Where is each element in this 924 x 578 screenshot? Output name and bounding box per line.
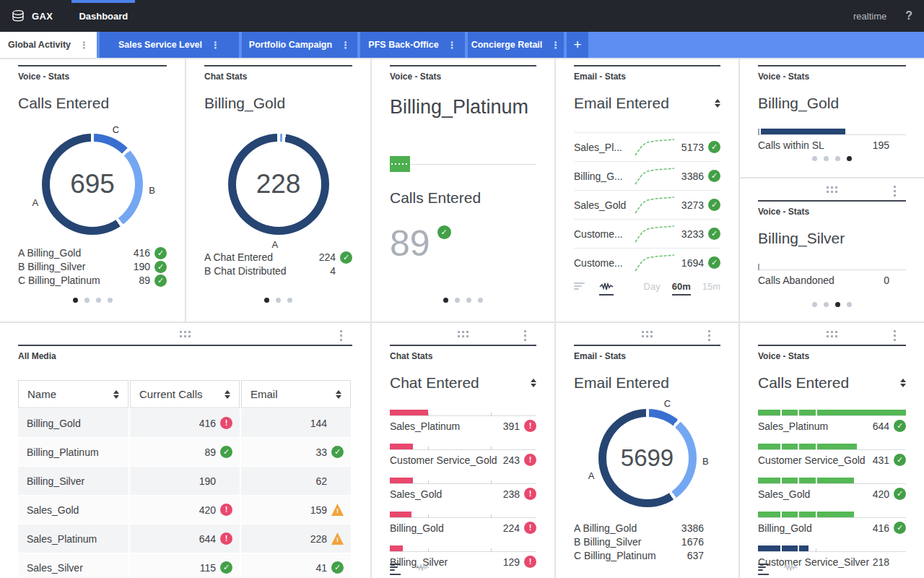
drag-handle-icon[interactable] — [827, 331, 837, 337]
widget-title: Billing_Gold — [758, 95, 906, 112]
page-dot[interactable] — [824, 156, 829, 161]
kpi-value-row: 89 ✓ — [390, 225, 536, 262]
page-dot[interactable] — [847, 302, 852, 307]
status-icon: ✓ — [220, 446, 232, 458]
list-view-button[interactable] — [390, 564, 401, 575]
page-dot[interactable] — [824, 302, 829, 307]
sort-icon[interactable] — [225, 390, 230, 399]
page-dot[interactable] — [847, 156, 852, 161]
tab-label: Portfolio Campaign — [249, 40, 332, 50]
sparkline-view-icon — [415, 562, 430, 572]
table-row: Sales_Silver 115✓ 41✓ — [18, 553, 352, 578]
tab-menu-icon[interactable]: ⋮ — [551, 40, 560, 51]
page-dot[interactable] — [276, 298, 281, 303]
bar-row: Customer Service_Gold431✓ — [758, 441, 906, 466]
help-icon[interactable]: ? — [905, 9, 912, 22]
status-icon: ! — [524, 488, 536, 500]
tab-menu-icon[interactable]: ⋮ — [79, 40, 89, 51]
sort-icon[interactable] — [900, 379, 906, 387]
status-icon: ✓ — [894, 420, 906, 432]
page-dot[interactable] — [443, 298, 448, 303]
widget-toolbar — [390, 562, 536, 577]
list-view-button[interactable] — [574, 282, 585, 294]
widget-email-entered-list: Email - Stats Email Entered Sales_Pl... … — [556, 59, 738, 322]
data-table: Name Current Calls Email Billing_Gold 41… — [18, 380, 352, 578]
kpi-bar — [758, 444, 857, 449]
nav-dashboard[interactable]: Dashboard — [71, 0, 135, 32]
status-icon: ✓ — [220, 561, 232, 574]
page-dot[interactable] — [812, 302, 817, 307]
tab-pfs-back-office[interactable]: PFS Back-Office ⋮ — [360, 32, 465, 58]
tab-portfolio-campaign[interactable]: Portfolio Campaign ⋮ — [242, 32, 357, 58]
drag-handle-icon[interactable] — [642, 331, 653, 337]
drag-handle-icon[interactable] — [180, 331, 191, 337]
sort-icon[interactable] — [715, 99, 720, 108]
drag-handle-icon[interactable] — [458, 331, 468, 337]
page-dot[interactable] — [73, 298, 78, 303]
page-dot[interactable] — [287, 298, 292, 303]
tab-sales-service-level[interactable]: Sales Service Level ⋮ — [100, 32, 239, 58]
widget-name: Voice - Stats — [390, 65, 536, 82]
tab-global-activity[interactable]: Global Activity ⋮ — [0, 32, 97, 58]
page-dot[interactable] — [835, 302, 840, 307]
widget-menu-icon[interactable] — [892, 184, 897, 198]
donut-total: 5699 — [621, 444, 674, 472]
sparkline — [634, 195, 676, 215]
widget-menu-icon[interactable] — [892, 329, 897, 342]
list-view-button[interactable] — [758, 564, 769, 575]
sort-icon[interactable] — [113, 390, 119, 399]
tab-concierge-retail[interactable]: Concierge Retail ⋮ — [468, 32, 564, 58]
pagination-dots[interactable] — [740, 156, 924, 161]
column-header-email[interactable]: Email — [241, 380, 351, 408]
bar-row: Sales_Platinum391! — [390, 407, 536, 432]
page-dot[interactable] — [264, 298, 269, 303]
status-icon: ✓ — [331, 561, 344, 574]
time-option-60m[interactable]: 60m — [672, 281, 691, 296]
legend-item: C Billing_Platinum 89 ✓ — [18, 274, 167, 288]
tab-menu-icon[interactable]: ⋮ — [448, 40, 457, 51]
add-tab-button[interactable]: + — [567, 32, 588, 58]
dashboard-grid: Voice - Stats Calls Entered 695 CBA A Bi… — [0, 58, 924, 578]
page-dot[interactable] — [466, 298, 471, 303]
sort-icon[interactable] — [531, 379, 536, 387]
page-dot[interactable] — [96, 298, 101, 303]
sort-icon[interactable] — [336, 390, 341, 399]
widget-title: Billing_Silver — [758, 230, 906, 247]
pagination-dots[interactable] — [372, 298, 554, 303]
metric-bar-track — [758, 262, 906, 270]
time-option-day[interactable]: Day — [644, 281, 661, 296]
bar-row: Sales_Gold420✓ — [758, 475, 906, 500]
column-header-current-calls[interactable]: Current Calls — [130, 380, 240, 408]
tab-label: Global Activity — [8, 40, 71, 50]
list-item: Sales_Gold 3273 ✓ — [574, 190, 720, 219]
sparkline-view-button[interactable] — [783, 562, 798, 577]
time-option-15m[interactable]: 15m — [702, 281, 720, 296]
widget-menu-icon[interactable] — [523, 329, 528, 342]
table-row: Billing_Gold 416! 144 — [18, 409, 352, 437]
page-dot[interactable] — [812, 156, 817, 161]
widget-title: Email Entered — [574, 374, 720, 392]
pagination-dots[interactable] — [0, 298, 185, 303]
page-dot[interactable] — [108, 298, 113, 303]
widget-menu-icon[interactable] — [339, 329, 344, 342]
donut-legend: A Chat Entered 224 ✓ B Chat Distributed … — [204, 251, 352, 278]
sparkline-view-button[interactable] — [415, 562, 430, 577]
widget-menu-icon[interactable] — [707, 329, 712, 342]
pagination-dots[interactable] — [740, 302, 924, 307]
page-dot[interactable] — [478, 298, 483, 303]
page-dot[interactable] — [835, 156, 840, 161]
drag-handle-icon[interactable] — [827, 186, 837, 193]
status-icon: ✓ — [894, 488, 906, 500]
tab-menu-icon[interactable]: ⋮ — [211, 40, 220, 51]
tab-menu-icon[interactable]: ⋮ — [341, 40, 350, 51]
metric-bar-track — [758, 126, 906, 135]
widget-chat-entered: Chat Stats Chat Entered Sales_Platinum39… — [372, 323, 554, 578]
column-header-name[interactable]: Name — [18, 380, 128, 408]
page-dot[interactable] — [84, 298, 90, 303]
page-dot[interactable] — [455, 298, 460, 303]
widget-voice-billing-platinum: Voice - Stats Billing_Platinum Calls Ent… — [372, 59, 554, 322]
pagination-dots[interactable] — [186, 298, 370, 303]
widget-name: Voice - Stats — [758, 345, 906, 361]
table-header-row: Name Current Calls Email — [18, 380, 352, 408]
sparkline-view-button[interactable] — [599, 281, 614, 296]
